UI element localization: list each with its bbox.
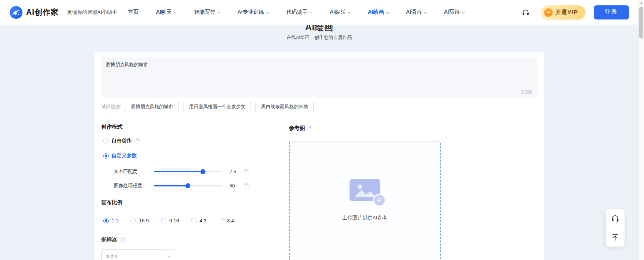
help-icon[interactable]: ? (308, 126, 313, 131)
help-icon[interactable]: ? (244, 169, 249, 174)
nav-item-home[interactable]: 首页 (128, 9, 139, 16)
radio-icon[interactable] (130, 218, 136, 223)
text-match-slider-row: 文本匹配度 7.5 ? (114, 168, 282, 175)
chevron-down-icon (266, 10, 269, 13)
radio-icon[interactable] (191, 218, 197, 223)
slider-label: 文本匹配度 (114, 169, 154, 175)
nav-item-label: AI语音 (406, 9, 422, 16)
prompt-box: 赛博朋克风格的城市 9/300 (101, 57, 537, 97)
sampler-selected-value: pndm (106, 253, 168, 259)
customer-service-button[interactable] (606, 209, 625, 228)
brand-name: AI创作家 (26, 7, 59, 17)
ratio-option-9-16[interactable]: 9:16 (161, 218, 179, 223)
slider-label: 图像处理程度 (114, 183, 154, 189)
sampler-select[interactable]: pndm (101, 249, 175, 260)
canvas-ratio-options: 1:1 16:9 9:16 4:3 (103, 218, 282, 223)
ratio-option-16-9[interactable]: 16:9 (130, 218, 149, 223)
reference-column: 参考图 ? + 上传图片以供AI参考 (289, 124, 441, 260)
brand[interactable]: AI创作家 更懂你的智能AI小助手 (9, 6, 117, 19)
chevron-down-icon (167, 254, 171, 257)
scrollbar[interactable]: ▲ (638, 0, 644, 260)
ratio-option-4-3[interactable]: 4:3 (191, 218, 207, 223)
nav-item-smart-writing[interactable]: 智能写作 (194, 9, 220, 16)
nav-item-ai-entertainment[interactable]: AI娱乐 (330, 9, 350, 16)
ratio-option-1-1[interactable]: 1:1 (103, 218, 119, 223)
suggestions-row: 试试这些: 赛博朋克风格的城市 用日漫风格画一个金发少女 黑白线条画风格的长城 (101, 101, 537, 112)
chevron-down-icon (462, 10, 465, 13)
nav-item-ai-poetry[interactable]: AI写诗 (444, 9, 465, 16)
mode-option-free[interactable]: 自由创作 ? (103, 137, 282, 144)
nav-item-label: 代码助手 (286, 9, 308, 16)
nav-item-label: AI专业训练 (237, 9, 264, 16)
sampler-title: 采样器 ? (101, 236, 282, 243)
suggestion-chip[interactable]: 赛博朋克风格的城市 (125, 102, 179, 112)
text-match-slider[interactable] (154, 171, 222, 172)
nav-item-label: 智能写作 (194, 9, 215, 16)
nav-item-label: AI绘画 (368, 9, 384, 16)
image-strength-slider-row: 图像处理程度 50 ? (114, 182, 282, 189)
image-strength-slider[interactable] (154, 185, 222, 186)
help-icon[interactable]: ? (120, 237, 125, 243)
char-counter: 9/300 (521, 89, 532, 95)
nav-item-label: AI写诗 (444, 9, 460, 16)
ratio-option-label: 9:16 (169, 218, 179, 223)
reference-title: 参考图 ? (289, 125, 441, 132)
brand-logo-icon[interactable] (9, 6, 23, 19)
upload-hint: 上传图片以供AI参考 (342, 215, 387, 221)
nav-item-ai-chat[interactable]: AI聊天 (156, 9, 176, 16)
nav-item-code-assistant[interactable]: 代码助手 (286, 9, 312, 16)
settings-column: 创作模式 自由创作 ? 自定义参数 文本匹配度 7.5 (101, 124, 282, 260)
creation-mode-title: 创作模式 (101, 124, 282, 131)
ratio-option-3-4[interactable]: 3:4 (219, 218, 234, 223)
chevron-down-icon (174, 10, 177, 13)
radio-checked-icon[interactable] (103, 153, 109, 159)
back-to-top-icon (611, 233, 620, 242)
radio-icon[interactable] (161, 218, 166, 223)
ratio-option-label: 3:4 (227, 218, 234, 223)
nav-right: 开通V!P 登录 (521, 5, 629, 19)
page: AI绘画 在线AI绘画，创作您的专属作品 AI创作家 更懂你的智能AI小助手 首… (0, 0, 638, 260)
ratio-option-label: 16:9 (139, 218, 149, 223)
slider-thumb[interactable] (201, 169, 206, 174)
nav-item-label: AI聊天 (156, 9, 172, 16)
chevron-down-icon (424, 10, 427, 13)
scrollbar-thumb[interactable] (639, 7, 643, 39)
chevron-down-icon (347, 10, 351, 13)
nav-item-ai-painting[interactable]: AI绘画 (368, 9, 389, 16)
mode-option-label: 自由创作 (112, 137, 132, 144)
radio-icon[interactable] (103, 138, 109, 143)
add-image-icon[interactable]: + (373, 194, 386, 207)
floating-toolbar (606, 209, 625, 247)
nav-item-ai-voice[interactable]: AI语音 (406, 9, 427, 16)
ratio-option-label: 1:1 (112, 218, 119, 223)
slider-value: 50 (230, 183, 241, 188)
suggestion-chip[interactable]: 黑白线条画风格的长城 (255, 102, 314, 112)
radio-checked-icon[interactable] (103, 218, 109, 223)
image-placeholder-icon: + (350, 179, 380, 201)
slider-fill (154, 185, 188, 186)
reference-title-text: 参考图 (289, 125, 305, 132)
chevron-down-icon (310, 10, 313, 13)
main-menu: 首页 AI聊天 智能写作 AI专业训练 代码助手 AI娱乐 AI绘画 AI语音 … (128, 9, 465, 16)
ratio-option-label: 4:3 (200, 218, 207, 223)
slider-fill (154, 171, 203, 172)
back-to-top-button[interactable] (606, 228, 625, 247)
prompt-input[interactable]: 赛博朋克风格的城市 (101, 57, 537, 97)
help-icon[interactable]: ? (135, 138, 140, 143)
login-button[interactable]: 登录 (594, 5, 629, 19)
reference-upload-dropzone[interactable]: + 上传图片以供AI参考 (289, 141, 441, 260)
top-nav: AI创作家 更懂你的智能AI小助手 首页 AI聊天 智能写作 AI专业训练 代码… (0, 0, 638, 25)
slider-thumb[interactable] (185, 183, 191, 188)
vip-label: 开通V!P (555, 8, 578, 16)
help-icon[interactable]: ? (244, 183, 249, 188)
headset-icon[interactable] (521, 8, 530, 17)
suggestion-chip[interactable]: 用日漫风格画一个金发少女 (183, 102, 251, 112)
chevron-down-icon (217, 10, 221, 13)
radio-icon[interactable] (219, 218, 224, 223)
scroll-up-arrow-icon[interactable]: ▲ (639, 0, 644, 6)
mode-option-custom[interactable]: 自定义参数 (103, 153, 282, 159)
nav-item-ai-training[interactable]: AI专业训练 (237, 9, 269, 16)
page-subtitle: 在线AI绘画，创作您的专属作品 (0, 35, 638, 41)
open-vip-button[interactable]: 开通V!P (541, 5, 585, 19)
nav-item-label: AI娱乐 (330, 9, 345, 16)
